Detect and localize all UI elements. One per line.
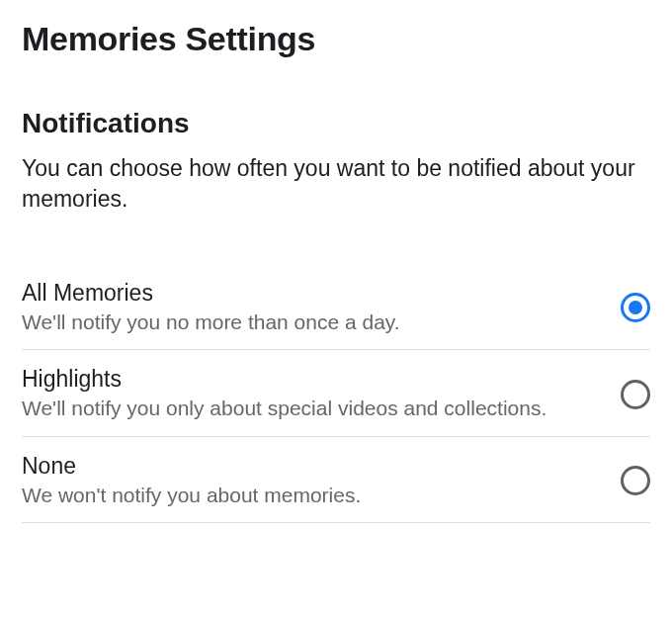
option-subtitle: We'll notify you no more than once a day… [22, 309, 601, 335]
section-description: You can choose how often you want to be … [22, 153, 650, 215]
option-title: All Memories [22, 280, 601, 307]
option-subtitle: We'll notify you only about special vide… [22, 395, 601, 421]
option-text: All Memories We'll notify you no more th… [22, 280, 621, 335]
option-text: Highlights We'll notify you only about s… [22, 366, 621, 421]
radio-all-memories[interactable] [621, 293, 650, 322]
page-title: Memories Settings [22, 20, 650, 58]
radio-highlights[interactable] [621, 380, 650, 409]
option-highlights[interactable]: Highlights We'll notify you only about s… [22, 350, 650, 436]
option-all-memories[interactable]: All Memories We'll notify you no more th… [22, 264, 650, 350]
option-text: None We won't notify you about memories. [22, 453, 621, 508]
option-none[interactable]: None We won't notify you about memories. [22, 437, 650, 523]
option-title: None [22, 453, 601, 480]
radio-none[interactable] [621, 466, 650, 495]
option-title: Highlights [22, 366, 601, 393]
section-title-notifications: Notifications [22, 108, 650, 139]
option-subtitle: We won't notify you about memories. [22, 482, 601, 508]
